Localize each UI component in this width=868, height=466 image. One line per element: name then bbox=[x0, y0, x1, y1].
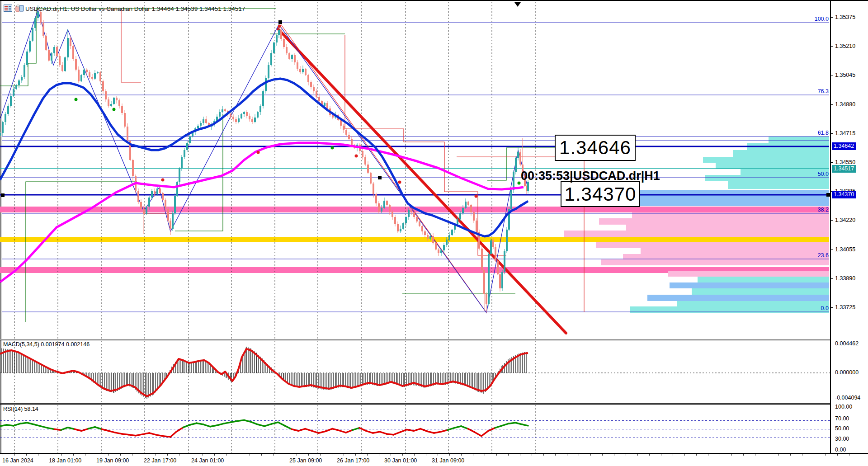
candle-body bbox=[2, 122, 4, 133]
time-tick bbox=[97, 454, 97, 456]
candle-body bbox=[483, 270, 485, 294]
price-callout-upper[interactable]: 1.34646 bbox=[555, 135, 636, 161]
candle-body bbox=[89, 72, 90, 77]
rsi-line-segment bbox=[142, 433, 149, 434]
time-tick bbox=[637, 454, 638, 456]
rsi-line-segment bbox=[461, 426, 468, 429]
rsi-line-segment bbox=[373, 432, 380, 433]
candle-body bbox=[7, 106, 9, 114]
time-tick bbox=[496, 454, 497, 456]
candle-body bbox=[513, 172, 514, 190]
candle-body bbox=[443, 245, 445, 250]
time-tick bbox=[555, 454, 556, 456]
candle-body bbox=[405, 217, 407, 223]
time-axis[interactable]: 16 Jan 202418 Jan 01:0019 Jan 09:0022 Ja… bbox=[0, 453, 868, 466]
panel-separator-macd[interactable] bbox=[0, 339, 868, 340]
candle-body bbox=[278, 30, 280, 35]
price-tick bbox=[831, 75, 833, 75]
volume-profile-bar bbox=[647, 295, 829, 301]
candle-body bbox=[257, 112, 259, 118]
time-tick bbox=[426, 454, 426, 456]
rsi-panel[interactable] bbox=[0, 405, 830, 453]
volume-profile-bar bbox=[670, 282, 829, 288]
candle-body bbox=[99, 72, 101, 81]
time-tick bbox=[308, 454, 309, 456]
panel-separator-rsi[interactable] bbox=[0, 403, 868, 405]
time-tick bbox=[731, 454, 732, 456]
rsi-scale-label: 70.00 bbox=[835, 415, 849, 422]
candle-body bbox=[459, 213, 461, 219]
candle-body bbox=[110, 104, 112, 106]
candle-body bbox=[394, 217, 396, 224]
price-badge: 1.34642 bbox=[832, 142, 856, 150]
candle-body bbox=[481, 249, 483, 270]
macd-panel[interactable] bbox=[0, 341, 830, 403]
rsi-line-segment bbox=[122, 434, 129, 435]
time-tick bbox=[402, 454, 403, 456]
candle-body bbox=[64, 57, 66, 71]
price-badge: 1.34517 bbox=[832, 165, 856, 173]
candle-body bbox=[462, 208, 464, 213]
candle-body bbox=[174, 196, 176, 213]
candle-body bbox=[167, 209, 169, 221]
rsi-line-segment bbox=[434, 432, 441, 433]
candle-body bbox=[40, 12, 42, 23]
chart-list-icon[interactable] bbox=[4, 5, 12, 12]
candle-body bbox=[440, 250, 442, 253]
candle-body bbox=[137, 191, 139, 202]
rsi-line-segment bbox=[393, 432, 400, 435]
candle-body bbox=[288, 53, 290, 59]
signal-dot-green bbox=[75, 98, 78, 101]
candle-body bbox=[235, 119, 237, 122]
candle-body bbox=[313, 87, 315, 91]
chart-profile-icon[interactable] bbox=[15, 5, 24, 12]
anchor-square bbox=[1, 193, 5, 197]
rsi-line-segment bbox=[20, 423, 27, 424]
rsi-line-segment bbox=[88, 427, 95, 429]
time-tick bbox=[579, 454, 579, 456]
volume-profile-bar bbox=[769, 137, 829, 143]
rsi-line-segment bbox=[339, 430, 346, 433]
candle-body bbox=[305, 69, 307, 75]
signal-dot-green bbox=[331, 146, 334, 150]
candle-body bbox=[378, 203, 380, 212]
time-tick bbox=[14, 454, 15, 456]
price-callout-lower[interactable]: 1.34370 bbox=[561, 181, 640, 207]
time-tick bbox=[367, 454, 368, 456]
rsi-line-segment bbox=[346, 430, 353, 433]
rsi-scale-label: 100.00 bbox=[835, 404, 852, 410]
candle-body bbox=[143, 209, 145, 214]
price-axis[interactable]: 1.353751.352101.350451.348801.347151.345… bbox=[830, 1, 868, 453]
volume-profile-bar bbox=[668, 271, 829, 277]
candle-body bbox=[476, 221, 477, 232]
candle-body bbox=[170, 221, 171, 229]
time-tick bbox=[767, 454, 767, 456]
candle-body bbox=[59, 56, 61, 65]
signal-dot-red bbox=[475, 195, 478, 198]
time-tick bbox=[602, 454, 603, 456]
time-axis-label: 25 Jan 09:00 bbox=[289, 457, 322, 464]
volume-profile-bar bbox=[599, 218, 829, 225]
candle-body bbox=[154, 191, 156, 194]
trading-terminal-window: USDCAD.dr,H1: US Dollar vs Canadian Doll… bbox=[0, 0, 868, 466]
time-tick bbox=[132, 454, 132, 456]
volume-profile-bar bbox=[703, 157, 829, 163]
fib-level-label: 50.0 bbox=[818, 171, 829, 177]
candle-body bbox=[465, 202, 467, 208]
candle-body bbox=[343, 126, 344, 130]
rsi-line-segment bbox=[271, 422, 278, 424]
price-chart-panel[interactable] bbox=[0, 1, 830, 340]
candle-body bbox=[318, 97, 320, 101]
candle-body bbox=[159, 188, 161, 193]
time-tick bbox=[673, 454, 673, 456]
time-tick bbox=[802, 454, 802, 456]
price-tick bbox=[831, 104, 833, 105]
time-tick bbox=[473, 454, 473, 456]
candle-body bbox=[351, 139, 353, 145]
candle-body bbox=[519, 152, 521, 165]
time-tick bbox=[167, 454, 168, 456]
rsi-line-segment bbox=[176, 428, 183, 432]
rsi-line-segment bbox=[27, 423, 34, 424]
candle-body bbox=[362, 151, 363, 157]
volume-profile-bar bbox=[626, 225, 829, 231]
